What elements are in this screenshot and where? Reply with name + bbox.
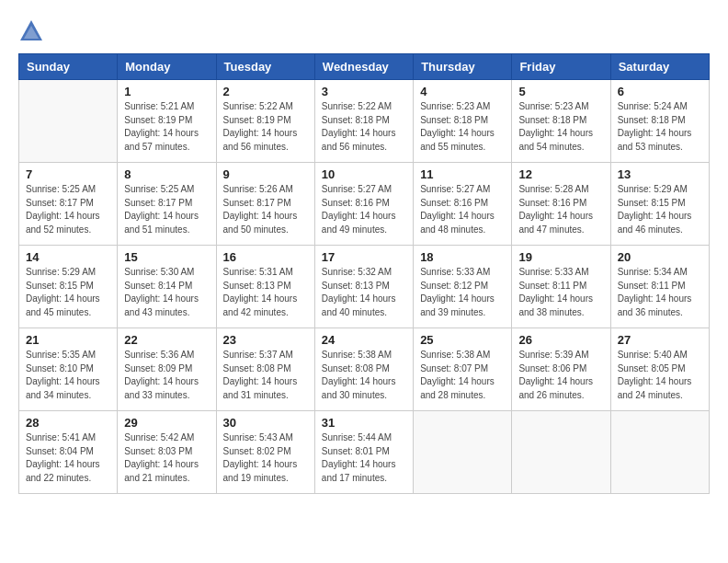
day-info: Sunrise: 5:23 AM Sunset: 8:18 PM Dayligh… [518,100,603,154]
calendar-cell: 11Sunrise: 5:27 AM Sunset: 8:16 PM Dayli… [414,163,512,246]
day-number: 19 [518,250,603,264]
calendar-cell [610,411,709,494]
day-of-week-header: Wednesday [314,54,413,80]
calendar-cell: 15Sunrise: 5:30 AM Sunset: 8:14 PM Dayli… [118,246,216,328]
calendar-cell: 23Sunrise: 5:37 AM Sunset: 8:08 PM Dayli… [216,328,314,411]
day-info: Sunrise: 5:29 AM Sunset: 8:15 PM Dayligh… [26,266,110,319]
day-number: 7 [26,167,110,181]
day-number: 18 [420,250,505,264]
day-info: Sunrise: 5:42 AM Sunset: 8:03 PM Dayligh… [124,431,209,485]
day-number: 20 [618,250,702,264]
day-info: Sunrise: 5:37 AM Sunset: 8:08 PM Dayligh… [223,349,308,402]
day-info: Sunrise: 5:34 AM Sunset: 8:11 PM Dayligh… [618,266,702,319]
calendar-cell: 16Sunrise: 5:31 AM Sunset: 8:13 PM Dayli… [216,246,314,328]
day-number: 28 [26,416,110,430]
day-info: Sunrise: 5:24 AM Sunset: 8:18 PM Dayligh… [618,100,702,154]
calendar-cell: 4Sunrise: 5:23 AM Sunset: 8:18 PM Daylig… [414,80,512,163]
day-of-week-header: Friday [512,54,610,80]
calendar-cell: 25Sunrise: 5:38 AM Sunset: 8:07 PM Dayli… [414,328,512,411]
calendar-cell: 2Sunrise: 5:22 AM Sunset: 8:19 PM Daylig… [216,80,314,163]
day-info: Sunrise: 5:38 AM Sunset: 8:07 PM Dayligh… [420,349,505,402]
day-number: 23 [223,333,308,347]
calendar-week-row: 1Sunrise: 5:21 AM Sunset: 8:19 PM Daylig… [19,80,710,163]
calendar-cell: 7Sunrise: 5:25 AM Sunset: 8:17 PM Daylig… [19,163,118,246]
calendar-cell: 21Sunrise: 5:35 AM Sunset: 8:10 PM Dayli… [19,328,118,411]
day-info: Sunrise: 5:33 AM Sunset: 8:12 PM Dayligh… [420,266,505,319]
day-number: 31 [322,416,406,430]
day-info: Sunrise: 5:29 AM Sunset: 8:15 PM Dayligh… [618,183,702,236]
calendar-cell: 30Sunrise: 5:43 AM Sunset: 8:02 PM Dayli… [216,411,314,494]
calendar-cell: 9Sunrise: 5:26 AM Sunset: 8:17 PM Daylig… [216,163,314,246]
day-info: Sunrise: 5:39 AM Sunset: 8:06 PM Dayligh… [518,349,603,402]
day-of-week-header: Monday [118,54,216,80]
day-info: Sunrise: 5:31 AM Sunset: 8:13 PM Dayligh… [223,266,308,319]
day-number: 12 [518,167,603,181]
day-number: 16 [223,250,308,264]
day-number: 10 [322,167,406,181]
day-number: 2 [223,85,308,98]
calendar-cell: 8Sunrise: 5:25 AM Sunset: 8:17 PM Daylig… [118,163,216,246]
day-number: 25 [420,333,505,347]
calendar-cell: 3Sunrise: 5:22 AM Sunset: 8:18 PM Daylig… [314,80,413,163]
calendar-cell: 12Sunrise: 5:28 AM Sunset: 8:16 PM Dayli… [512,163,610,246]
day-info: Sunrise: 5:40 AM Sunset: 8:05 PM Dayligh… [618,349,702,402]
calendar-week-row: 21Sunrise: 5:35 AM Sunset: 8:10 PM Dayli… [19,328,710,411]
logo-icon [18,18,44,44]
calendar-cell: 1Sunrise: 5:21 AM Sunset: 8:19 PM Daylig… [118,80,216,163]
calendar-cell: 5Sunrise: 5:23 AM Sunset: 8:18 PM Daylig… [512,80,610,163]
day-number: 17 [322,250,406,264]
day-of-week-header: Thursday [414,54,512,80]
calendar-cell: 28Sunrise: 5:41 AM Sunset: 8:04 PM Dayli… [19,411,118,494]
calendar-cell: 6Sunrise: 5:24 AM Sunset: 8:18 PM Daylig… [610,80,709,163]
calendar-header-row: SundayMondayTuesdayWednesdayThursdayFrid… [19,54,710,80]
day-number: 27 [618,333,702,347]
day-info: Sunrise: 5:23 AM Sunset: 8:18 PM Dayligh… [420,100,505,154]
day-of-week-header: Tuesday [216,54,314,80]
calendar-week-row: 7Sunrise: 5:25 AM Sunset: 8:17 PM Daylig… [19,163,710,246]
day-of-week-header: Sunday [19,54,118,80]
day-number: 14 [26,250,110,264]
day-number: 24 [322,333,406,347]
day-info: Sunrise: 5:30 AM Sunset: 8:14 PM Dayligh… [124,266,209,319]
logo [18,18,48,44]
calendar-cell [19,80,118,163]
calendar-week-row: 14Sunrise: 5:29 AM Sunset: 8:15 PM Dayli… [19,246,710,328]
day-number: 15 [124,250,209,264]
day-info: Sunrise: 5:38 AM Sunset: 8:08 PM Dayligh… [322,349,406,402]
day-of-week-header: Saturday [610,54,709,80]
calendar-cell: 17Sunrise: 5:32 AM Sunset: 8:13 PM Dayli… [314,246,413,328]
calendar-cell: 31Sunrise: 5:44 AM Sunset: 8:01 PM Dayli… [314,411,413,494]
day-number: 1 [124,85,209,98]
day-number: 5 [518,85,603,98]
calendar-cell: 29Sunrise: 5:42 AM Sunset: 8:03 PM Dayli… [118,411,216,494]
day-number: 29 [124,416,209,430]
day-number: 21 [26,333,110,347]
day-number: 26 [518,333,603,347]
day-info: Sunrise: 5:21 AM Sunset: 8:19 PM Dayligh… [124,100,209,154]
day-number: 9 [223,167,308,181]
day-info: Sunrise: 5:27 AM Sunset: 8:16 PM Dayligh… [322,183,406,236]
calendar-cell: 27Sunrise: 5:40 AM Sunset: 8:05 PM Dayli… [610,328,709,411]
calendar-cell: 20Sunrise: 5:34 AM Sunset: 8:11 PM Dayli… [610,246,709,328]
calendar-cell: 10Sunrise: 5:27 AM Sunset: 8:16 PM Dayli… [314,163,413,246]
day-info: Sunrise: 5:32 AM Sunset: 8:13 PM Dayligh… [322,266,406,319]
calendar-cell: 13Sunrise: 5:29 AM Sunset: 8:15 PM Dayli… [610,163,709,246]
day-info: Sunrise: 5:22 AM Sunset: 8:18 PM Dayligh… [322,100,406,154]
day-number: 3 [322,85,406,98]
calendar-cell: 22Sunrise: 5:36 AM Sunset: 8:09 PM Dayli… [118,328,216,411]
calendar-cell: 18Sunrise: 5:33 AM Sunset: 8:12 PM Dayli… [414,246,512,328]
day-info: Sunrise: 5:26 AM Sunset: 8:17 PM Dayligh… [223,183,308,236]
page-header [18,18,710,44]
day-number: 8 [124,167,209,181]
day-info: Sunrise: 5:44 AM Sunset: 8:01 PM Dayligh… [322,431,406,485]
calendar-week-row: 28Sunrise: 5:41 AM Sunset: 8:04 PM Dayli… [19,411,710,494]
day-number: 4 [420,85,505,98]
day-info: Sunrise: 5:41 AM Sunset: 8:04 PM Dayligh… [26,431,110,485]
day-info: Sunrise: 5:35 AM Sunset: 8:10 PM Dayligh… [26,349,110,402]
day-number: 13 [618,167,702,181]
calendar-table: SundayMondayTuesdayWednesdayThursdayFrid… [18,53,710,494]
calendar-cell: 14Sunrise: 5:29 AM Sunset: 8:15 PM Dayli… [19,246,118,328]
day-info: Sunrise: 5:22 AM Sunset: 8:19 PM Dayligh… [223,100,308,154]
calendar-cell: 26Sunrise: 5:39 AM Sunset: 8:06 PM Dayli… [512,328,610,411]
calendar-cell [512,411,610,494]
